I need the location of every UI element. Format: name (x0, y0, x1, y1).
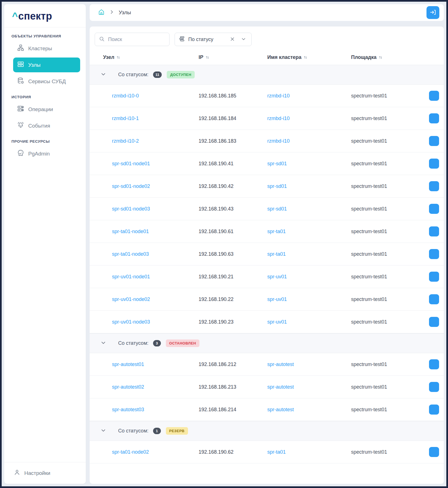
sidebar-item-operations[interactable]: Операции (13, 102, 80, 117)
node-site: spectrum-test01 (351, 183, 424, 189)
column-label: Площадка (351, 54, 376, 60)
cluster-link[interactable]: spr-ta01 (267, 251, 286, 257)
node-link[interactable]: spr-sd01-node03 (112, 206, 150, 212)
app-window: ^ спектр ОБЪЕКТЫ УПРАВЛЕНИЯ Кластеры Узл… (0, 0, 448, 488)
node-link[interactable]: spr-uv01-node03 (112, 319, 150, 325)
sidebar-item-nodes[interactable]: Узлы (13, 58, 80, 72)
row-actions-button[interactable] (429, 204, 439, 214)
cluster-link[interactable]: spr-sd01 (267, 161, 287, 166)
chevron-right-icon (109, 9, 114, 16)
cluster-link[interactable]: spr-ta01 (267, 449, 286, 455)
node-ip: 192.168.186.184 (199, 116, 267, 121)
search-input[interactable] (108, 36, 165, 43)
column-header-cluster[interactable]: Имя кластера (267, 54, 351, 60)
row-actions-button[interactable] (429, 447, 439, 457)
group-collapse-button[interactable] (100, 71, 106, 78)
cluster-link[interactable]: spr-autotest (267, 384, 294, 390)
node-link[interactable]: spr-autotest02 (112, 384, 144, 390)
logo-caret-icon: ^ (12, 10, 18, 22)
row-actions-button[interactable] (429, 249, 439, 259)
node-site: spectrum-test01 (351, 319, 424, 325)
row-actions-button[interactable] (429, 226, 439, 236)
table-row: rzmbd-i10-0 192.168.186.185 rzmbd-i10 sp… (90, 85, 444, 107)
search-icon (99, 36, 105, 43)
table-body: Со статусом: 11 ДОСТУПЕН rzmbd-i10-0 192… (90, 65, 444, 484)
cluster-link[interactable]: spr-uv01 (267, 319, 287, 325)
column-header-site[interactable]: Площадка (351, 54, 424, 60)
column-label: Имя кластера (267, 54, 301, 60)
sidebar: ^ спектр ОБЪЕКТЫ УПРАВЛЕНИЯ Кластеры Узл… (4, 4, 86, 484)
status-group-row[interactable]: Со статусом: 11 ДОСТУПЕН (90, 65, 444, 85)
node-link[interactable]: spr-autotest01 (112, 362, 144, 367)
row-actions-button[interactable] (429, 91, 439, 101)
node-link[interactable]: spr-uv01-node02 (112, 296, 150, 302)
column-header-node[interactable]: Узел (90, 54, 199, 60)
node-ip: 192.168.190.23 (199, 319, 267, 325)
group-collapse-button[interactable] (100, 340, 106, 347)
node-site: spectrum-test01 (351, 93, 424, 99)
status-group-row[interactable]: Со статусом: 3 ОСТАНОВЛЕН (90, 333, 444, 353)
topbar: Узлы (90, 4, 444, 21)
row-actions-button[interactable] (429, 405, 439, 415)
table-row: spr-ta01-node01 192.168.190.61 spr-ta01 … (90, 220, 444, 243)
row-actions-button[interactable] (429, 181, 439, 191)
row-actions-button[interactable] (429, 317, 439, 327)
node-link[interactable]: spr-ta01-node03 (112, 251, 149, 257)
sidebar-item-events[interactable]: События (13, 118, 80, 133)
sidebar-item-db-services[interactable]: Сервисы СУБД (13, 74, 80, 89)
cluster-link[interactable]: rzmbd-i10 (267, 138, 290, 144)
sort-icon (303, 55, 308, 59)
row-actions-button[interactable] (429, 136, 439, 146)
group-count-badge: 1 (153, 428, 161, 434)
node-link[interactable]: spr-ta01-node01 (112, 229, 149, 234)
nodes-table: Узел IP Имя кластера Площадка (90, 52, 444, 484)
sidebar-item-clusters[interactable]: Кластеры (13, 41, 80, 56)
group-collapse-button[interactable] (100, 427, 106, 434)
node-link[interactable]: spr-ta01-node02 (112, 449, 149, 455)
row-actions-button[interactable] (429, 113, 439, 123)
row-actions-button[interactable] (429, 159, 439, 169)
node-ip: 192.168.190.62 (199, 449, 267, 455)
sidebar-item-pgadmin[interactable]: PgAdmin (13, 146, 80, 161)
node-ip: 192.168.186.214 (199, 407, 267, 413)
home-icon[interactable] (98, 9, 105, 16)
content-card: По статусу Узел (90, 27, 444, 484)
node-link[interactable]: spr-autotest03 (112, 407, 144, 412)
cluster-link[interactable]: spr-ta01 (267, 229, 286, 234)
cluster-link[interactable]: spr-uv01 (267, 296, 287, 302)
cluster-link[interactable]: spr-autotest (267, 362, 294, 367)
logout-button[interactable] (426, 6, 439, 19)
row-actions-button[interactable] (429, 382, 439, 392)
node-link[interactable]: rzmbd-i10-2 (112, 138, 139, 144)
row-actions-button[interactable] (429, 272, 439, 282)
node-link[interactable]: spr-sd01-node02 (112, 183, 150, 189)
cluster-link[interactable]: spr-uv01 (267, 274, 287, 279)
brand-logo: ^ спектр (4, 4, 86, 27)
cluster-link[interactable]: spr-autotest (267, 407, 294, 412)
cluster-link[interactable]: spr-sd01 (267, 206, 287, 212)
status-filter[interactable]: По статусу (175, 33, 252, 46)
sidebar-footer-label: Настройки (24, 470, 50, 476)
node-link[interactable]: spr-sd01-node01 (112, 161, 150, 166)
node-link[interactable]: rzmbd-i10-1 (112, 116, 139, 121)
cluster-link[interactable]: spr-sd01 (267, 183, 287, 189)
node-ip: 192.168.190.21 (199, 274, 267, 280)
cluster-link[interactable]: rzmbd-i10 (267, 93, 290, 99)
status-group-row[interactable]: Со статусом: 1 РЕЗЕРВ (90, 421, 444, 441)
row-actions-button[interactable] (429, 359, 439, 369)
sidebar-item-settings[interactable]: Настройки (4, 462, 86, 484)
node-ip: 192.168.190.22 (199, 296, 267, 302)
filter-clear-button[interactable] (228, 36, 236, 43)
node-link[interactable]: spr-uv01-node01 (112, 274, 150, 279)
filter-dropdown-button[interactable] (240, 36, 247, 43)
cluster-link[interactable]: rzmbd-i10 (267, 116, 290, 121)
node-site: spectrum-test01 (351, 296, 424, 302)
node-site: spectrum-test01 (351, 449, 424, 455)
status-badge: ОСТАНОВЛЕН (166, 339, 199, 347)
table-row: spr-sd01-node03 192.168.190.43 spr-sd01 … (90, 198, 444, 220)
sort-icon (116, 55, 120, 59)
node-link[interactable]: rzmbd-i10-0 (112, 93, 139, 99)
node-site: spectrum-test01 (351, 138, 424, 144)
row-actions-button[interactable] (429, 294, 439, 304)
column-header-ip[interactable]: IP (199, 54, 267, 60)
